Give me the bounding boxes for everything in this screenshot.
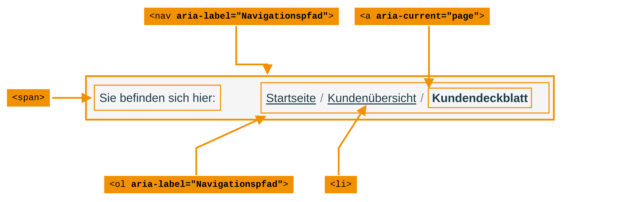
callout-nav-tag: <nav <box>149 11 176 21</box>
breadcrumb-separator: / <box>320 91 324 105</box>
callout-ol-end: > <box>283 179 288 190</box>
callout-a-current: <a aria-current="page"> <box>355 8 490 25</box>
breadcrumb-separator: / <box>420 91 424 105</box>
callout-ol-attr: aria-label="Navigationspfad" <box>131 179 283 190</box>
breadcrumb-prefix-span: Sie befinden sich hier: <box>94 85 221 111</box>
breadcrumb-ol: Startseite / Kundenübersicht / Kundendec… <box>260 82 550 114</box>
callout-span: <span> <box>7 89 50 107</box>
callout-a-tag: <a <box>360 11 376 21</box>
breadcrumb-prefix-text: Sie befinden sich hier: <box>99 91 216 105</box>
breadcrumb-link-startseite[interactable]: Startseite <box>266 91 316 105</box>
callout-li: <li> <box>325 176 357 193</box>
breadcrumb-nav: Sie befinden sich hier: Startseite / Kun… <box>85 75 555 121</box>
arrow-nav <box>236 26 268 73</box>
callout-nav-attr: aria-label="Navigationspfad" <box>176 11 328 21</box>
breadcrumb-link-kundenuebersicht[interactable]: Kundenübersicht <box>328 91 416 105</box>
callout-a-end: > <box>479 11 484 21</box>
callout-nav: <nav aria-label="Navigationspfad"> <box>144 8 339 25</box>
callout-ol-tag: <ol <box>110 179 131 190</box>
arrow-ol <box>196 117 265 175</box>
breadcrumb-current-page: Kundendeckblatt <box>432 91 528 105</box>
callout-a-attr: aria-current="page" <box>376 11 479 21</box>
callout-nav-end: > <box>328 11 334 21</box>
breadcrumb-current-box: Kundendeckblatt <box>428 87 532 108</box>
callout-ol: <ol aria-label="Navigationspfad"> <box>104 176 294 193</box>
